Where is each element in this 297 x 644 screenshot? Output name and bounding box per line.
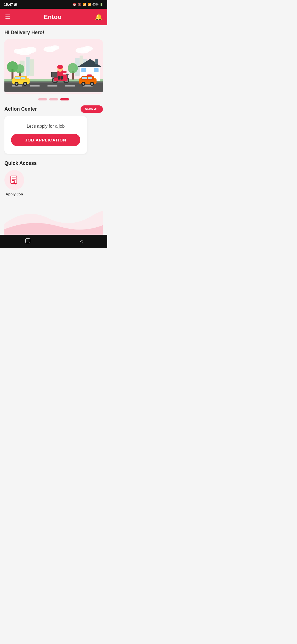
- status-bar: 15:47 🖼 ⏰ 🔇 📶 📶 63% 🔋: [0, 0, 107, 9]
- greeting-text: Hi Delivery Hero!: [4, 30, 103, 36]
- svg-point-58: [15, 83, 17, 85]
- svg-rect-18: [47, 85, 57, 87]
- quick-access-title: Quick Access: [4, 160, 37, 166]
- hero-banner: [4, 39, 103, 94]
- action-cards-scroll: Let's apply for a job JOB APPLICATION: [4, 116, 103, 155]
- status-time: 15:47 🖼: [4, 2, 17, 7]
- action-center-header: Action Center View All: [4, 105, 103, 113]
- svg-point-48: [57, 65, 63, 69]
- quick-access-header: Quick Access: [4, 160, 103, 166]
- svg-rect-45: [52, 72, 58, 77]
- apply-job-label: Apply Job: [6, 192, 23, 196]
- svg-point-35: [68, 63, 78, 73]
- quick-access-section: Quick Access Appl: [4, 160, 103, 196]
- app-header: ☰ Entoo 🔔: [0, 9, 107, 25]
- svg-point-59: [24, 83, 26, 85]
- svg-rect-71: [12, 180, 15, 181]
- svg-rect-43: [66, 74, 69, 75]
- svg-rect-31: [81, 68, 86, 72]
- svg-rect-41: [62, 75, 67, 78]
- svg-rect-10: [30, 59, 34, 76]
- svg-point-3: [14, 49, 23, 54]
- svg-rect-69: [12, 178, 16, 178]
- mute-icon: 🔇: [78, 3, 81, 6]
- svg-rect-19: [65, 85, 75, 87]
- quick-access-items: Apply Job: [4, 170, 103, 196]
- svg-rect-50: [61, 76, 63, 80]
- svg-rect-54: [15, 77, 20, 79]
- greeting-prefix: Hi: [4, 30, 9, 35]
- svg-rect-62: [82, 77, 87, 79]
- svg-point-67: [91, 83, 93, 85]
- action-card-text: Let's apply for a job: [27, 124, 65, 129]
- svg-point-66: [82, 83, 84, 85]
- job-application-card: Let's apply for a job JOB APPLICATION: [4, 116, 87, 154]
- bottom-nav-bar: <: [0, 235, 107, 248]
- svg-point-25: [15, 64, 24, 73]
- back-nav-button[interactable]: <: [80, 239, 83, 244]
- job-application-button[interactable]: JOB APPLICATION: [11, 134, 80, 146]
- action-center-title: Action Center: [4, 106, 37, 112]
- svg-rect-55: [21, 77, 26, 79]
- svg-rect-70: [12, 179, 16, 180]
- svg-point-2: [25, 47, 36, 53]
- notification-bell-icon[interactable]: 🔔: [95, 13, 102, 21]
- svg-point-72: [13, 181, 15, 183]
- svg-rect-73: [26, 239, 30, 243]
- greeting-name: Delivery Hero!: [11, 30, 44, 35]
- svg-rect-49: [58, 76, 60, 80]
- app-title: Entoo: [44, 13, 62, 21]
- svg-point-7: [83, 46, 93, 51]
- battery-display: 63%: [92, 3, 98, 6]
- status-icons: ⏰ 🔇 📶 📶 63% 🔋: [73, 3, 103, 6]
- home-nav-button[interactable]: [24, 238, 31, 245]
- dot-2[interactable]: [49, 98, 58, 100]
- apply-job-icon-wrapper: [4, 170, 24, 190]
- wave-decoration: [4, 202, 103, 235]
- battery-icon: 🔋: [100, 3, 103, 6]
- dot-1[interactable]: [38, 98, 47, 100]
- svg-rect-32: [94, 68, 99, 72]
- wifi-icon: 📶: [82, 3, 86, 6]
- svg-point-5: [50, 45, 59, 50]
- alarm-icon: ⏰: [73, 3, 76, 6]
- svg-rect-9: [26, 57, 30, 76]
- svg-rect-33: [95, 59, 98, 64]
- svg-rect-51: [62, 71, 67, 73]
- time-display: 15:47: [4, 2, 13, 7]
- svg-rect-63: [88, 77, 92, 79]
- photo-icon: 🖼: [14, 2, 17, 6]
- view-all-button[interactable]: View All: [81, 105, 103, 113]
- signal-icon: 📶: [87, 3, 91, 6]
- apply-job-icon: [9, 175, 20, 185]
- menu-icon[interactable]: ☰: [5, 13, 10, 21]
- apply-job-item[interactable]: Apply Job: [4, 170, 24, 196]
- dot-3[interactable]: [60, 98, 69, 100]
- main-content: Hi Delivery Hero!: [0, 25, 107, 235]
- carousel-dots: [4, 98, 103, 100]
- svg-rect-17: [30, 85, 40, 87]
